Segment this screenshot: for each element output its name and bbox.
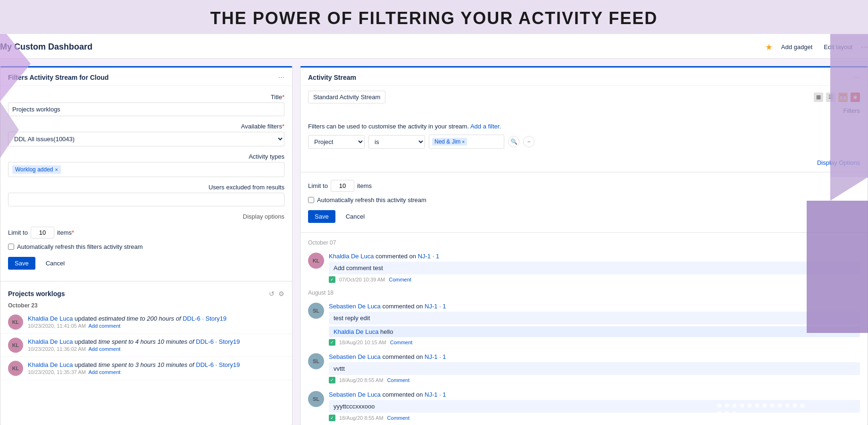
display-options-label: Display options bbox=[243, 213, 284, 220]
right-time-2: 18/Aug/20 10:15 AM bbox=[339, 340, 386, 345]
left-activity-item-1: KL Khaldia De Luca updated estimated tim… bbox=[0, 311, 292, 334]
add-comment-link-2[interactable]: Add comment bbox=[88, 346, 120, 352]
cancel-button[interactable]: Cancel bbox=[39, 257, 71, 270]
star-icon[interactable]: ★ bbox=[765, 42, 773, 52]
filters-info: Filters can be used to customise the act… bbox=[308, 123, 860, 130]
activity-types-input[interactable]: Worklog added × bbox=[8, 162, 284, 177]
right-comment-link-4[interactable]: Comment bbox=[387, 415, 410, 421]
right-user-link-2[interactable]: Sebastien De Luca bbox=[329, 303, 381, 310]
right-comment-1: Add comment test bbox=[329, 262, 860, 274]
filter-search-button[interactable]: 🔍 bbox=[508, 136, 519, 147]
filter-value-remove[interactable]: × bbox=[462, 139, 465, 144]
filter-value-input[interactable]: Ned & Jim × bbox=[429, 135, 504, 149]
right-reply-2: Khaldia De Luca hello bbox=[329, 326, 860, 337]
banner-title: THE POWER OF FILTERING YOUR ACTIVITY FEE… bbox=[0, 8, 868, 28]
user-link-1[interactable]: Khaldia De Luca bbox=[28, 315, 73, 322]
add-comment-link-1[interactable]: Add comment bbox=[88, 323, 120, 329]
right-avatar-1: KL bbox=[308, 253, 324, 269]
auto-refresh-checkbox[interactable] bbox=[8, 244, 14, 250]
right-items-label: items bbox=[357, 182, 372, 189]
users-excluded-input[interactable] bbox=[8, 193, 284, 206]
right-issue-link-3[interactable]: NJ-1 · 1 bbox=[425, 353, 446, 360]
display-options-row: Display options bbox=[8, 213, 284, 223]
issue-link-1[interactable]: DDL-6 · Story19 bbox=[183, 315, 226, 322]
right-issue-link-4[interactable]: NJ-1 · 1 bbox=[425, 391, 446, 398]
auto-refresh-label: Automatically refresh this filters activ… bbox=[17, 243, 143, 250]
filter-value-tag: Ned & Jim × bbox=[432, 138, 467, 145]
right-avatar-3: SL bbox=[308, 353, 324, 369]
worklogs-section-title: Projects worklogs bbox=[8, 290, 65, 298]
auto-refresh-row: Automatically refresh this filters activ… bbox=[8, 243, 284, 250]
left-activity-item-2: KL Khaldia De Luca updated time spent to… bbox=[0, 334, 292, 357]
left-panel: Filters Activity Stream for Cloud ··· Ti… bbox=[0, 66, 292, 425]
right-cancel-button[interactable]: Cancel bbox=[339, 210, 371, 223]
right-date-1: October 07 bbox=[300, 237, 868, 249]
right-auto-refresh-label: Automatically refresh this activity stre… bbox=[317, 196, 426, 204]
activity-content-3: Khaldia De Luca updated time spent to 3 … bbox=[28, 361, 284, 375]
worklogs-section-header: Projects worklogs ↺ ⚙ bbox=[0, 285, 292, 300]
meta-icon-1: ✓ bbox=[329, 276, 335, 283]
activity-time-1: 10/23/2020, 11:41:05 AM Add comment bbox=[28, 323, 284, 329]
available-filters-select[interactable]: DDL All issues(10043) bbox=[8, 132, 284, 146]
stream-title-button[interactable]: Standard Activity Stream bbox=[308, 91, 385, 103]
activity-text-3: Khaldia De Luca updated time spent to 3 … bbox=[28, 361, 284, 369]
left-panel-header: Filters Activity Stream for Cloud ··· bbox=[0, 68, 292, 86]
right-time-1: 07/Oct/20 10:39 AM bbox=[339, 277, 385, 282]
right-date-2: August 18 bbox=[300, 287, 868, 299]
right-time-3: 18/Aug/20 8:55 AM bbox=[339, 377, 384, 383]
right-user-link-3[interactable]: Sebastien De Luca bbox=[329, 353, 381, 360]
right-panel-header: Activity Stream ··· bbox=[300, 68, 868, 86]
left-panel-form: Title* Available filters* DDL All issues… bbox=[0, 86, 292, 277]
settings-icon[interactable]: ⚙ bbox=[278, 290, 284, 298]
top-bar: My Custom Dashboard ★ Add gadget Edit la… bbox=[0, 34, 868, 59]
user-link-2[interactable]: Khaldia De Luca bbox=[28, 338, 73, 345]
right-comment-link-1[interactable]: Comment bbox=[389, 277, 411, 282]
activity-types-row: Activity types Worklog added × bbox=[8, 153, 284, 177]
avatar-1: KL bbox=[8, 314, 23, 330]
right-limit-input[interactable] bbox=[331, 180, 354, 192]
activity-time-3: 10/23/2020, 11:35:37 AM Add comment bbox=[28, 369, 284, 375]
filter-value-text: Ned & Jim bbox=[434, 138, 460, 145]
filter-field-select[interactable]: Project bbox=[308, 135, 365, 149]
filter-remove-button[interactable]: − bbox=[523, 136, 534, 147]
filter-operator-select[interactable]: is bbox=[368, 135, 425, 149]
activity-tag-remove[interactable]: × bbox=[55, 167, 58, 172]
right-panel-settings: Limit to items Automatically refresh thi… bbox=[300, 176, 868, 229]
add-filter-link[interactable]: Add a filter. bbox=[470, 123, 501, 130]
save-button[interactable]: Save bbox=[8, 257, 35, 270]
right-user-link-1[interactable]: Khaldia De Luca bbox=[329, 253, 374, 260]
right-meta-1: ✓ 07/Oct/20 10:39 AM Comment bbox=[329, 276, 860, 283]
right-user-link-4[interactable]: Sebastien De Luca bbox=[329, 391, 381, 398]
filter-row: Project is Ned & Jim × 🔍 − bbox=[308, 135, 860, 149]
right-auto-refresh-row: Automatically refresh this activity stre… bbox=[308, 196, 860, 204]
svg-rect-2 bbox=[830, 26, 868, 177]
avatar-3: KL bbox=[8, 361, 23, 376]
right-activity-1: KL Khaldia De Luca commented on NJ-1 · 1… bbox=[300, 249, 868, 287]
display-options-section[interactable]: Display Options bbox=[300, 157, 868, 168]
refresh-icon[interactable]: ↺ bbox=[269, 290, 275, 298]
right-time-4: 18/Aug/20 8:55 AM bbox=[339, 415, 384, 421]
right-avatar-4: SL bbox=[308, 391, 324, 407]
right-comment-link-3[interactable]: Comment bbox=[387, 377, 410, 383]
right-comment-link-2[interactable]: Comment bbox=[390, 340, 413, 345]
right-activity-header-3: Sebastien De Luca commented on NJ-1 · 1 bbox=[329, 353, 860, 360]
right-auto-refresh-checkbox[interactable] bbox=[308, 197, 314, 203]
right-issue-link-2[interactable]: NJ-1 · 1 bbox=[425, 303, 446, 310]
right-issue-link-1[interactable]: NJ-1 · 1 bbox=[418, 253, 440, 260]
add-comment-link-3[interactable]: Add comment bbox=[88, 369, 120, 375]
reply-user-link-2[interactable]: Khaldia De Luca bbox=[334, 328, 378, 335]
right-activity-content-2: Sebastien De Luca commented on NJ-1 · 1 … bbox=[329, 303, 860, 346]
users-excluded-row: Users excluded from results bbox=[8, 184, 284, 206]
title-input[interactable] bbox=[8, 102, 284, 116]
meta-icon-4: ✓ bbox=[329, 415, 335, 421]
right-activity-3: SL Sebastien De Luca commented on NJ-1 ·… bbox=[300, 349, 868, 387]
right-save-button[interactable]: Save bbox=[308, 210, 335, 223]
issue-link-3[interactable]: DDL-6 · Story19 bbox=[196, 361, 240, 368]
svg-marker-1 bbox=[0, 102, 19, 158]
issue-link-2[interactable]: DDL-6 · Story19 bbox=[196, 338, 240, 345]
limit-input[interactable] bbox=[31, 227, 54, 238]
date-label-1: October 23 bbox=[0, 300, 292, 311]
stream-title-row: Standard Activity Stream ▦ ☰ 📅 ◉ bbox=[300, 86, 868, 106]
user-link-3[interactable]: Khaldia De Luca bbox=[28, 361, 73, 368]
left-panel-options[interactable]: ··· bbox=[278, 73, 284, 82]
